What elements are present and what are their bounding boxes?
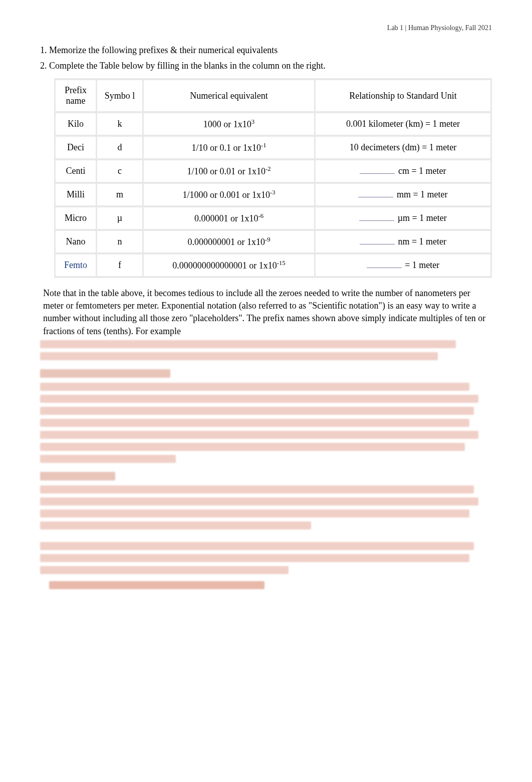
header-symbol: Symbo l: [97, 80, 142, 111]
exponent: -15: [277, 259, 286, 267]
fill-blank[interactable]: [360, 244, 395, 244]
cell-prefix: Deci: [56, 137, 96, 158]
cell-relationship: = 1 meter: [316, 254, 490, 276]
instruction-1: 1. Memorize the following prefixes & the…: [40, 45, 492, 56]
table-row: Nanon0.000000001 or 1x10-9 nm = 1 meter: [56, 231, 490, 252]
cell-numeric: 1/100 or 0.01 or 1x10-2: [144, 160, 314, 182]
header-numeric: Numerical equivalent: [144, 80, 314, 111]
table-header-row: Prefix name Symbo l Numerical equivalent…: [56, 80, 490, 111]
table-row: Millim1/1000 or 0.001 or 1x10-3 mm = 1 m…: [56, 184, 490, 205]
cell-symbol: n: [97, 231, 142, 252]
exponent: -1: [261, 142, 267, 149]
cell-prefix: Femto: [56, 254, 96, 276]
cell-symbol: k: [97, 113, 142, 135]
cell-numeric: 1/1000 or 0.001 or 1x10-3: [144, 184, 314, 205]
table-row: Centic1/100 or 0.01 or 1x10-2 cm = 1 met…: [56, 160, 490, 182]
table-row: Microµ0.000001 or 1x10-6 µm = 1 meter: [56, 207, 490, 229]
cell-relationship: nm = 1 meter: [316, 231, 490, 252]
cell-symbol: µ: [97, 207, 142, 229]
cell-symbol: d: [97, 137, 142, 158]
cell-numeric: 0.000001 or 1x10-6: [144, 207, 314, 229]
cell-numeric: 0.000000001 or 1x10-9: [144, 231, 314, 252]
header-prefix: Prefix name: [56, 80, 96, 111]
cell-numeric: 1000 or 1x103: [144, 113, 314, 135]
page-content: 1. Memorize the following prefixes & the…: [0, 0, 532, 589]
exponent: -3: [270, 189, 276, 196]
fill-blank[interactable]: [359, 220, 394, 221]
note-paragraph: Note that in the table above, it becomes…: [43, 287, 492, 338]
cell-prefix: Centi: [56, 160, 96, 182]
fill-blank[interactable]: [358, 197, 393, 197]
blurred-content: [40, 340, 492, 589]
cell-prefix: Milli: [56, 184, 96, 205]
cell-prefix: Kilo: [56, 113, 96, 135]
cell-numeric: 1/10 or 0.1 or 1x10-1: [144, 137, 314, 158]
page-header: Lab 1 | Human Physiology, Fall 2021: [387, 24, 492, 32]
cell-relationship: µm = 1 meter: [316, 207, 490, 229]
exponent: -2: [265, 165, 271, 172]
cell-relationship: 0.001 kilometer (km) = 1 meter: [316, 113, 490, 135]
prefix-table: Prefix name Symbo l Numerical equivalent…: [54, 78, 492, 278]
table-row: Femtof0.000000000000001 or 1x10-15 = 1 m…: [56, 254, 490, 276]
cell-symbol: m: [97, 184, 142, 205]
table-body: Kilok1000 or 1x1030.001 kilometer (km) =…: [56, 113, 490, 276]
exponent: 3: [251, 118, 254, 125]
prefix-table-wrap: Prefix name Symbo l Numerical equivalent…: [54, 78, 492, 278]
cell-symbol: f: [97, 254, 142, 276]
fill-blank[interactable]: [360, 173, 395, 174]
cell-symbol: c: [97, 160, 142, 182]
instruction-2: 2. Complete the Table below by filling i…: [40, 61, 492, 71]
cell-prefix: Micro: [56, 207, 96, 229]
cell-prefix: Nano: [56, 231, 96, 252]
header-relationship: Relationship to Standard Unit: [316, 80, 490, 111]
exponent: -6: [258, 212, 264, 219]
table-row: Decid1/10 or 0.1 or 1x10-110 decimeters …: [56, 137, 490, 158]
fill-blank[interactable]: [367, 268, 402, 268]
exponent: -9: [265, 236, 271, 243]
cell-relationship: mm = 1 meter: [316, 184, 490, 205]
instructions-list: 1. Memorize the following prefixes & the…: [40, 45, 492, 71]
table-row: Kilok1000 or 1x1030.001 kilometer (km) =…: [56, 113, 490, 135]
cell-relationship: cm = 1 meter: [316, 160, 490, 182]
cell-numeric: 0.000000000000001 or 1x10-15: [144, 254, 314, 276]
cell-relationship: 10 decimeters (dm) = 1 meter: [316, 137, 490, 158]
